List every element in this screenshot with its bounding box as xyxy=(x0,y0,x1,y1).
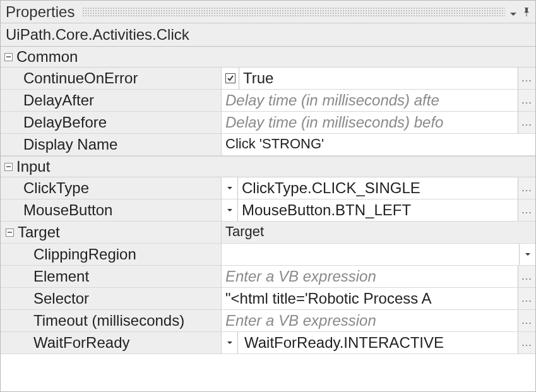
dropdown-waitforready[interactable] xyxy=(222,332,238,353)
group-common-title: Common xyxy=(16,48,78,66)
panel-title-icons xyxy=(510,4,530,20)
input-delayafter[interactable]: Delay time (in milliseconds) afte xyxy=(222,90,518,111)
value-continueonerror: True ... xyxy=(222,68,535,90)
subgroup-target: Target xyxy=(1,222,222,244)
input-waitforready[interactable]: WaitForReady.INTERACTIVE xyxy=(238,332,518,353)
panel-title: Properties xyxy=(6,3,74,21)
value-delaybefore: Delay time (in milliseconds) befo ... xyxy=(222,112,535,134)
value-element: Enter a VB expression ... xyxy=(222,266,535,288)
value-clicktype: ClickType.CLICK_SINGLE ... xyxy=(222,177,535,199)
label-timeout: Timeout (milliseconds) xyxy=(1,310,222,332)
ellipsis-clicktype[interactable]: ... xyxy=(518,177,535,199)
label-clippingregion: ClippingRegion xyxy=(1,244,222,266)
dropdown-mousebutton[interactable] xyxy=(222,199,238,221)
subgroup-target-title: Target xyxy=(18,223,60,241)
value-selector: "<html title='Robotic Process A ... xyxy=(222,288,535,310)
input-selector[interactable]: "<html title='Robotic Process A xyxy=(222,288,518,309)
input-element[interactable]: Enter a VB expression xyxy=(222,266,518,287)
expand-toggle-input[interactable] xyxy=(4,163,13,171)
value-clippingregion xyxy=(222,244,535,266)
label-displayname: Display Name xyxy=(1,134,222,156)
input-mousebutton[interactable]: MouseButton.BTN_LEFT xyxy=(238,199,518,221)
value-displayname[interactable]: Click 'STRONG' xyxy=(222,134,535,156)
value-waitforready: WaitForReady.INTERACTIVE ... xyxy=(222,332,535,354)
value-timeout: Enter a VB expression ... xyxy=(222,310,535,332)
label-delaybefore: DelayBefore xyxy=(1,112,222,134)
expand-toggle-target[interactable] xyxy=(6,229,14,237)
checkbox-continueonerror[interactable] xyxy=(222,68,239,89)
label-mousebutton: MouseButton xyxy=(1,199,222,222)
value-target-header: Target xyxy=(222,222,535,244)
value-mousebutton: MouseButton.BTN_LEFT ... xyxy=(222,199,535,222)
ellipsis-delayafter[interactable]: ... xyxy=(518,90,535,111)
group-input-title: Input xyxy=(16,158,50,175)
label-selector: Selector xyxy=(1,288,222,310)
ellipsis-selector[interactable]: ... xyxy=(518,288,535,309)
input-timeout[interactable]: Enter a VB expression xyxy=(222,310,518,331)
input-continueonerror[interactable]: True xyxy=(239,68,518,89)
ellipsis-waitforready[interactable]: ... xyxy=(518,332,535,353)
target-header-value: Target xyxy=(225,223,264,241)
input-displayname: Click 'STRONG' xyxy=(225,136,324,153)
object-header: UiPath.Core.Activities.Click xyxy=(1,23,535,47)
label-continueonerror: ContinueOnError xyxy=(1,68,222,90)
ellipsis-element[interactable]: ... xyxy=(518,266,535,287)
ellipsis-delaybefore[interactable]: ... xyxy=(518,112,535,133)
label-waitforready: WaitForReady xyxy=(1,332,222,354)
input-clicktype[interactable]: ClickType.CLICK_SINGLE xyxy=(238,177,518,199)
pin-icon[interactable] xyxy=(523,4,530,20)
group-common: Common xyxy=(1,47,535,68)
panel-title-bar: Properties xyxy=(1,1,535,23)
input-clippingregion[interactable] xyxy=(222,244,519,265)
ellipsis-timeout[interactable]: ... xyxy=(518,310,535,331)
label-element: Element xyxy=(1,266,222,288)
input-delaybefore[interactable]: Delay time (in milliseconds) befo xyxy=(222,112,518,133)
property-grid: Common ContinueOnError True ... DelayAft… xyxy=(1,47,535,354)
ellipsis-continueonerror[interactable]: ... xyxy=(518,68,535,89)
dropdown-clicktype[interactable] xyxy=(222,177,238,199)
dropdown-clippingregion[interactable] xyxy=(519,244,535,265)
label-clicktype: ClickType xyxy=(1,177,222,199)
expand-toggle-common[interactable] xyxy=(4,53,13,61)
checkbox-check-icon xyxy=(225,73,235,83)
panel-grip-dots xyxy=(82,7,505,17)
ellipsis-mousebutton[interactable]: ... xyxy=(518,199,535,221)
label-delayafter: DelayAfter xyxy=(1,90,222,112)
properties-panel: Properties UiPath.Core.Activities.Click … xyxy=(0,0,536,392)
group-input: Input xyxy=(1,156,535,177)
value-delayafter: Delay time (in milliseconds) afte ... xyxy=(222,90,535,112)
dropdown-icon[interactable] xyxy=(510,4,516,20)
